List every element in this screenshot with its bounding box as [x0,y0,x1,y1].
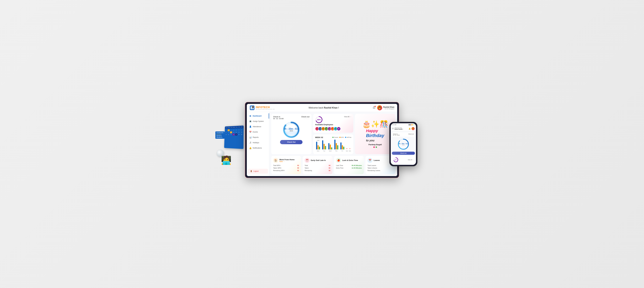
lack-title: Lack & Extra Time [342,159,358,161]
wfh-title-area: Work From Home Apply → [279,159,294,162]
chart-col-sat: • Sat [346,147,347,150]
wfh-label: WFH [341,137,344,138]
total-leaves-label: Total Leaves [368,165,376,166]
apply-button[interactable]: Apply → [279,161,294,162]
phone-nav-area: ☰ Welcome back Rahul Pandit ! [392,127,403,130]
remaining-leaves-row: Remaining Leaves [368,170,393,171]
sun-label: Sun [349,150,351,152]
svg-rect-1 [250,106,252,109]
total-leaves-row: Total Leaves [368,165,393,166]
phone-checkout-label: Check out [408,133,414,135]
available-percent-text: 69% [317,119,321,121]
checkin-card: Check in 09 : 53 : 00 AM Check out -- : … [271,114,312,154]
lack-time-val: 00:45 Minutes [352,165,362,166]
mon-half-bar [319,147,320,150]
phone-checkin-info: Check in 09 : 53 : 00 AM [393,133,400,136]
week-title: WEEK 02 [315,136,323,138]
extra-time-val: 12:45 Minutes [352,167,362,169]
birthday-word: Birthday [366,133,384,138]
week-chart-card: WEEK 02 Present WFH [313,134,354,154]
early-total-label: Total [304,165,308,166]
wfh-total-label: Total WFH [273,165,280,166]
logo-tech: TECH [262,106,270,109]
wifi-icon: 🛜 [411,124,413,125]
checkin-info: Check in 09 : 53 : 00 AM [273,116,284,119]
happy-text: Happy [366,129,378,133]
wfh-total-val: 02 [297,165,299,166]
phone-checkout-button[interactable]: Check Out [392,152,415,155]
svg-rect-2 [252,106,254,107]
extra-time-label: Extra Time [336,167,344,169]
phone-checkin-time: 09 : 53 : 00 AM [393,135,400,136]
phone-welcome-label: Welcome back [394,127,403,128]
wfh-icon: 🏠 [273,158,278,163]
sidebar-item-attendance[interactable]: 👤 Attendence [247,124,269,129]
wed-bars [328,143,332,150]
early-card-header: ⏰ Early Out/ Late In [304,158,330,163]
wfh-remaining-label: Remaining WFH [273,170,284,171]
notification-bell[interactable] [373,106,376,109]
halfday-label: Half Day [346,137,352,138]
phone-hamburger-icon: ☰ [392,128,394,129]
logo-area: INFOTECH BECOMING GLOBAL INFOTECH PVT. L… [250,105,275,110]
sun-dot: • [349,147,350,150]
early-remaining-row: Remaining 02 [304,170,330,171]
mon-present-bar [316,142,317,150]
sidebar-label-assign: Assign System [253,120,264,122]
timer-value: 5h : 33m : 51s [284,128,299,130]
lack-card-header: 🍎 Lack & Extra Time [336,158,362,163]
hrs-label: 4 hrs [317,140,319,141]
wfh-card-header: 🏠 Work From Home Apply → [273,158,299,163]
tue-bars [322,140,326,150]
sat-dot: • [346,147,347,150]
phone-bell-icon[interactable]: 🔔 [408,128,411,129]
sat-label: Sat [346,150,348,152]
holidays-icon: 🏖 [249,141,252,144]
phone-timer-day: MON [399,145,408,146]
early-taken-val: 02 [329,167,330,169]
phone-screen: 9:41 AM ▐▐▐ 🛜 🔋 ☰ Welcome back Rahul Pan… [391,123,416,165]
phone-checkout-time: -- : -- : -- [408,135,414,136]
wfh-remaining-val: 02 [297,170,299,171]
sidebar-item-notifications[interactable]: 🔔 Notifications [247,145,269,151]
phone-timer-wrap: 5h : 33m : 51s MON [392,138,415,151]
tablet-frame: INFOTECH BECOMING GLOBAL INFOTECH PVT. L… [245,102,399,178]
sidebar: ⊞ Dashboard 💻 Assign System 👤 Attendence… [247,112,269,176]
battery-icon: 🔋 [413,124,414,125]
early-icon: ⏰ [304,158,310,163]
top-bar: INFOTECH BECOMING GLOBAL INFOTECH PVT. L… [247,104,397,112]
welcome-message: Welcome back Rashid Khan ! [275,106,373,109]
bottom-row: 🏠 Work From Home Apply → Total WFH 02 [271,156,395,174]
sidebar-item-holidays[interactable]: 🏖 Holidays [247,140,269,145]
phone-view-all[interactable]: View All → [408,159,414,161]
phone-status-icons: ▐▐▐ 🛜 🔋 [408,124,414,125]
chart-col-sun: • Sun [349,147,350,150]
svg-rect-3 [252,108,254,109]
sidebar-item-events[interactable]: 📅 Events [247,129,269,135]
early-remaining-label: Remaining [304,170,312,171]
checkout-time-value: -- : -- : -- [302,118,310,119]
phone-avatar: 👨 [412,127,414,130]
logout-button[interactable]: 🚪 Logout [248,169,268,174]
wfh-remaining-row: Remaining WFH 02 [273,170,299,171]
logo-main-text: INFOTECH [256,106,275,109]
main-area: ⊞ Dashboard 💻 Assign System 👤 Attendence… [247,112,397,176]
reports-icon: 📊 [249,136,252,138]
lack-icon: 🍎 [336,158,341,163]
checkout-button[interactable]: Check Out [280,140,302,144]
sidebar-item-reports[interactable]: 📊 Reports [247,135,269,140]
view-all-link[interactable]: View All → [344,116,351,117]
sidebar-item-assign-system[interactable]: 💻 Assign System [247,119,269,124]
birthday-card: 🎂✨🎊 Happy Birthday to you Pardeep Bugali [355,114,395,154]
logout-label: Logout [254,170,258,172]
logo-text: INFOTECH BECOMING GLOBAL INFOTECH PVT. L… [256,106,275,110]
present-label: Present [334,137,338,138]
tue-label: Tue [323,150,325,152]
sidebar-item-dashboard[interactable]: ⊞ Dashboard [247,113,269,119]
wfh-dot [340,137,340,138]
birthday-cake-emoji: 🎂✨🎊 [362,120,388,128]
phone-right-icons: 🔔 👨 [408,127,414,130]
available-ring: 69% [315,116,323,123]
timer-ring: 5h : 33m : 51s MON [282,121,300,139]
chart-col-thu: Thu [334,139,338,150]
